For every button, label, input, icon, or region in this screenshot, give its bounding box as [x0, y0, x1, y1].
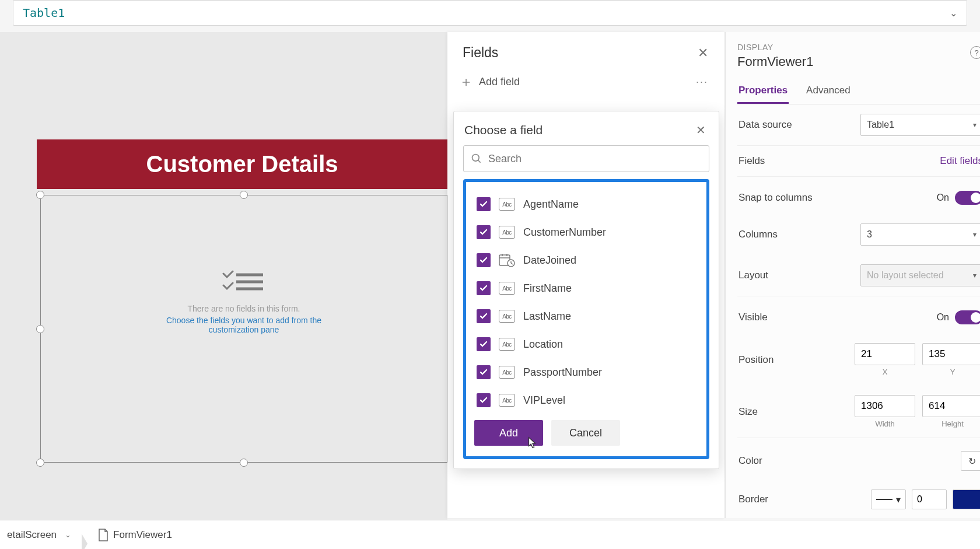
layout-dropdown[interactable]: No layout selected ▾ [860, 264, 980, 286]
help-icon[interactable]: ? [970, 46, 980, 59]
field-name-label: FirstName [523, 282, 572, 295]
prop-position: Position X Y [737, 334, 980, 386]
formula-expand-icon[interactable]: ⌄ [950, 8, 957, 19]
color-reset-button[interactable]: ↻ [961, 451, 980, 471]
form-icon [98, 529, 108, 541]
fields-panel-title: Fields [463, 45, 498, 61]
field-name-label: AgentName [523, 198, 579, 211]
tab-properties[interactable]: Properties [737, 80, 789, 104]
field-row[interactable]: DateJoined [471, 246, 702, 274]
close-choose-field-icon[interactable]: ✕ [696, 123, 706, 137]
cursor-icon [526, 436, 538, 449]
field-search-text[interactable] [488, 153, 702, 165]
field-row[interactable]: AbcLastName [471, 302, 702, 330]
breadcrumb-control[interactable]: FormViewer1 [82, 529, 183, 541]
add-field-button[interactable]: ＋ Add field [459, 72, 520, 91]
field-name-label: CustomerNumber [523, 226, 606, 239]
checklist-icon [222, 270, 265, 298]
size-width-input[interactable] [855, 395, 915, 417]
svg-line-4 [478, 160, 481, 163]
chevron-down-icon: ▾ [896, 494, 901, 505]
field-row[interactable]: AbcLocation [471, 330, 702, 358]
field-row[interactable]: AbcVIPLevel [471, 386, 702, 414]
empty-form-placeholder: There are no fields in this form. Choose… [142, 270, 345, 334]
properties-kicker: DISPLAY [737, 43, 980, 52]
prop-columns: Columns 3 ▾ [737, 214, 980, 255]
resize-handle-ml[interactable] [36, 325, 44, 333]
prop-data-source: Data source Table1 ▾ [737, 104, 980, 146]
edit-fields-link[interactable]: Edit fields [940, 155, 980, 167]
prop-fields: Fields Edit fields [737, 146, 980, 177]
resize-handle-bl[interactable] [36, 459, 44, 467]
formula-bar[interactable]: Table1 ⌄ [13, 0, 967, 26]
prop-color: Color ↻ [737, 438, 980, 480]
chevron-down-icon: ⌄ [65, 530, 71, 539]
field-row[interactable]: AbcPassportNumber [471, 358, 702, 386]
field-checkbox[interactable] [477, 337, 491, 351]
chevron-down-icon: ▾ [973, 271, 977, 279]
breadcrumb-screen[interactable]: etailScreen ⌄ [0, 529, 82, 541]
properties-panel: DISPLAY FormViewer1 ? Properties Advance… [725, 32, 980, 518]
text-type-icon: Abc [499, 394, 515, 407]
field-checkbox[interactable] [477, 225, 491, 239]
text-type-icon: Abc [499, 310, 515, 323]
field-checkbox[interactable] [477, 197, 491, 211]
breadcrumb: etailScreen ⌄ FormViewer1 [0, 520, 980, 549]
field-name-label: PassportNumber [523, 366, 602, 379]
svg-point-3 [473, 155, 480, 162]
search-icon [471, 153, 482, 165]
field-name-label: VIPLevel [523, 394, 565, 407]
field-search-input[interactable] [463, 145, 709, 172]
close-fields-panel-icon[interactable]: ✕ [698, 46, 708, 61]
tab-advanced[interactable]: Advanced [805, 80, 852, 104]
choose-field-title: Choose a field [464, 123, 542, 137]
prop-snap-to-columns: Snap to columns On [737, 177, 980, 214]
border-color-swatch[interactable] [953, 489, 980, 509]
cancel-button[interactable]: Cancel [551, 420, 620, 446]
border-line-icon [876, 498, 892, 501]
field-name-label: LastName [523, 310, 571, 323]
text-type-icon: Abc [499, 338, 515, 351]
fields-more-menu-icon[interactable]: ··· [696, 76, 708, 88]
field-checkbox[interactable] [477, 393, 491, 407]
position-y-input[interactable] [922, 343, 980, 365]
field-checkbox-list: AbcAgentNameAbcCustomerNumberDateJoinedA… [463, 179, 709, 459]
resize-handle-tl[interactable] [36, 191, 44, 199]
position-x-input[interactable] [855, 343, 915, 365]
field-checkbox[interactable] [477, 281, 491, 295]
columns-dropdown[interactable]: 3 ▾ [860, 223, 980, 246]
formula-text: Table1 [23, 6, 65, 20]
resize-handle-tc[interactable] [240, 191, 248, 199]
prop-size: Size Width Height [737, 386, 980, 438]
data-source-dropdown[interactable]: Table1 ▾ [860, 114, 980, 136]
field-name-label: Location [523, 338, 563, 351]
text-type-icon: Abc [499, 226, 515, 239]
snap-toggle[interactable] [955, 191, 980, 205]
prop-visible: Visible On [737, 296, 980, 334]
visible-toggle[interactable] [955, 310, 980, 324]
chevron-down-icon: ▾ [973, 121, 977, 129]
screen-title-bar: Customer Details [37, 139, 447, 189]
properties-object-name: FormViewer1 [737, 54, 980, 69]
field-checkbox[interactable] [477, 253, 491, 267]
plus-icon: ＋ [459, 72, 473, 91]
form-viewer-selection[interactable]: There are no fields in this form. Choose… [40, 195, 447, 463]
properties-tabs: Properties Advanced [737, 80, 980, 104]
screen-title: Customer Details [146, 151, 338, 177]
field-row[interactable]: AbcCustomerNumber [471, 218, 702, 246]
prop-border: Border ▾ [737, 480, 980, 519]
field-row[interactable]: AbcFirstName [471, 274, 702, 302]
field-checkbox[interactable] [477, 309, 491, 323]
border-style-dropdown[interactable]: ▾ [871, 489, 906, 509]
field-row[interactable]: AbcAgentName [471, 190, 702, 218]
text-type-icon: Abc [499, 366, 515, 379]
border-width-input[interactable] [912, 489, 947, 509]
field-checkbox[interactable] [477, 365, 491, 379]
text-type-icon: Abc [499, 198, 515, 211]
fields-panel: Fields ✕ ＋ Add field ··· Choose a field … [447, 32, 725, 518]
size-height-input[interactable] [922, 395, 980, 417]
empty-form-text-2[interactable]: Choose the fields you want to add from t… [142, 316, 345, 334]
resize-handle-bc[interactable] [240, 459, 248, 467]
choose-field-popup: Choose a field ✕ AbcAgentNameAbcCustomer… [453, 111, 719, 469]
empty-form-text-1: There are no fields in this form. [142, 304, 345, 313]
